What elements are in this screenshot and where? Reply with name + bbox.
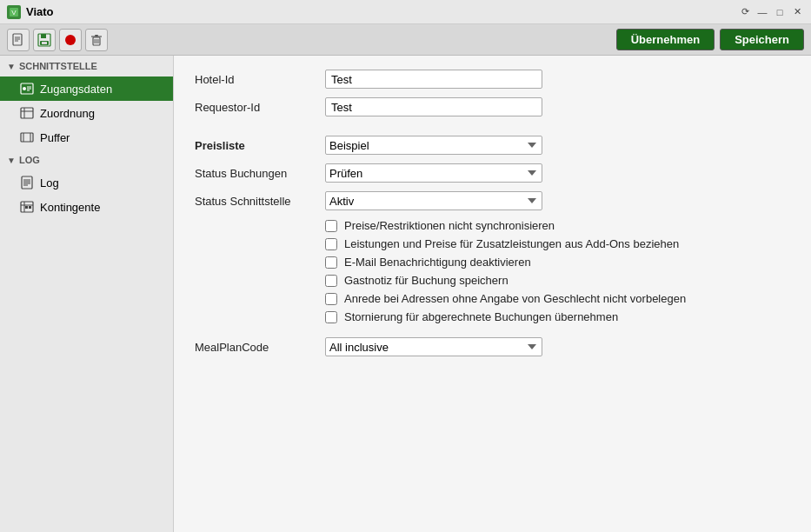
requestor-id-label: Requestor-Id: [195, 101, 325, 114]
sidebar-item-puffer[interactable]: Puffer: [0, 125, 173, 150]
checkbox-1[interactable]: [325, 238, 337, 250]
svg-rect-22: [21, 108, 33, 118]
zugangsdaten-label: Zugangsdaten: [40, 83, 112, 96]
preisliste-row: Preisliste Beispiel Option 2 Option 3: [195, 136, 790, 155]
hotel-id-input[interactable]: [325, 70, 542, 89]
content-area: Hotel-Id Requestor-Id Preisliste Beispie…: [174, 56, 811, 532]
status-buchungen-select[interactable]: Prüfen Aktiv Inaktiv: [325, 163, 542, 183]
toolbar-right: Übernehmen Speichern: [616, 29, 804, 50]
window-title: Viato: [26, 5, 54, 18]
status-buchungen-label: Status Buchungen: [195, 167, 325, 180]
checkbox-row-2: E-Mail Benachrichtigung deaktivieren: [325, 256, 790, 269]
status-schnittstelle-row: Status Schnittstelle Aktiv Inaktiv: [195, 191, 790, 210]
stop-button[interactable]: [59, 29, 82, 51]
zuordnung-icon: [19, 105, 35, 121]
new-button[interactable]: [7, 29, 30, 51]
uebernehmen-button[interactable]: Übernehmen: [616, 29, 715, 50]
app-icon: V: [7, 5, 21, 19]
title-bar-left: V Viato: [7, 5, 54, 19]
title-bar: V Viato ⟳ — □ ✕: [0, 0, 811, 24]
speichern-button[interactable]: Speichern: [720, 29, 804, 50]
puffer-label: Puffer: [40, 131, 70, 144]
sidebar-item-log[interactable]: Log: [0, 170, 173, 195]
spacer-1: [195, 125, 790, 136]
mealplan-label: MealPlanCode: [195, 341, 325, 354]
log-label: Log: [40, 176, 59, 190]
save-button-small[interactable]: [33, 29, 56, 51]
svg-rect-28: [22, 176, 32, 189]
log-icon: [19, 175, 35, 190]
kontingente-icon: [19, 199, 35, 215]
svg-point-10: [65, 35, 76, 45]
mealplan-select[interactable]: All inclusive Breakfast Half Board Full …: [325, 337, 542, 356]
checkbox-label-3: Gastnotiz für Buchung speichern: [344, 274, 509, 287]
sidebar-section-schnittstelle[interactable]: ▼ SCHNITTSTELLE: [0, 56, 173, 76]
checkbox-label-0: Preise/Restriktionen nicht synchronisier…: [344, 219, 555, 232]
minimize-button[interactable]: —: [755, 5, 769, 19]
svg-rect-37: [29, 206, 31, 209]
checkbox-2[interactable]: [325, 256, 337, 269]
zugangsdaten-icon: [19, 81, 35, 96]
svg-rect-7: [41, 34, 46, 38]
svg-point-18: [23, 87, 26, 90]
restore-button[interactable]: ⟳: [738, 5, 752, 19]
maximize-button[interactable]: □: [773, 5, 787, 19]
svg-rect-36: [25, 206, 28, 209]
kontingente-label: Kontingente: [40, 201, 100, 214]
svg-rect-25: [21, 133, 33, 142]
requestor-id-row: Requestor-Id: [195, 97, 790, 116]
svg-rect-9: [42, 42, 47, 44]
requestor-id-input[interactable]: [325, 97, 542, 116]
schnittstelle-label: SCHNITTSTELLE: [19, 61, 97, 71]
sidebar-item-kontingente[interactable]: Kontingente: [0, 195, 173, 219]
hotel-id-row: Hotel-Id: [195, 70, 790, 89]
checkbox-3[interactable]: [325, 275, 337, 287]
sidebar-section-log[interactable]: ▼ LOG: [0, 150, 173, 170]
checkbox-row-0: Preise/Restriktionen nicht synchronisier…: [325, 219, 790, 232]
checkbox-label-2: E-Mail Benachrichtigung deaktivieren: [344, 256, 531, 269]
delete-button[interactable]: [85, 29, 108, 51]
log-arrow: ▼: [7, 156, 16, 165]
preisliste-label: Preisliste: [195, 139, 325, 152]
status-schnittstelle-label: Status Schnittstelle: [195, 195, 325, 208]
hotel-id-label: Hotel-Id: [195, 73, 325, 86]
checkbox-row-4: Anrede bei Adressen ohne Angabe von Gesc…: [325, 292, 790, 305]
checkbox-label-4: Anrede bei Adressen ohne Angabe von Gesc…: [344, 292, 686, 305]
zuordnung-label: Zuordnung: [40, 107, 95, 120]
checkbox-row-3: Gastnotiz für Buchung speichern: [325, 274, 790, 287]
sidebar-item-zugangsdaten[interactable]: Zugangsdaten: [0, 76, 173, 101]
checkbox-0[interactable]: [325, 220, 337, 232]
checkboxes-section: Preise/Restriktionen nicht synchronisier…: [325, 219, 790, 323]
sidebar: ▼ SCHNITTSTELLE Zugangsdaten: [0, 56, 174, 532]
status-schnittstelle-select[interactable]: Aktiv Inaktiv: [325, 191, 542, 210]
checkbox-row-1: Leistungen und Preise für Zusatzleistung…: [325, 237, 790, 250]
preisliste-select[interactable]: Beispiel Option 2 Option 3: [325, 136, 542, 155]
puffer-icon: [19, 130, 35, 145]
checkbox-label-5: Stornierung für abgerechnete Buchungen ü…: [344, 310, 618, 323]
svg-rect-13: [95, 35, 98, 37]
mealplan-row: MealPlanCode All inclusive Breakfast Hal…: [195, 337, 790, 356]
window-controls: ⟳ — □ ✕: [738, 5, 804, 19]
checkbox-4[interactable]: [325, 293, 337, 305]
log-section-label: LOG: [19, 155, 40, 165]
checkbox-label-1: Leistungen und Preise für Zusatzleistung…: [344, 237, 679, 250]
toolbar: Übernehmen Speichern: [0, 24, 811, 56]
schnittstelle-arrow: ▼: [7, 62, 16, 71]
main-layout: ▼ SCHNITTSTELLE Zugangsdaten: [0, 56, 811, 532]
checkbox-row-5: Stornierung für abgerechnete Buchungen ü…: [325, 310, 790, 323]
checkbox-5[interactable]: [325, 311, 337, 323]
close-button[interactable]: ✕: [790, 5, 804, 19]
toolbar-left: [7, 29, 108, 51]
sidebar-item-zuordnung[interactable]: Zuordnung: [0, 101, 173, 125]
status-buchungen-row: Status Buchungen Prüfen Aktiv Inaktiv: [195, 163, 790, 183]
svg-text:V: V: [11, 9, 17, 17]
